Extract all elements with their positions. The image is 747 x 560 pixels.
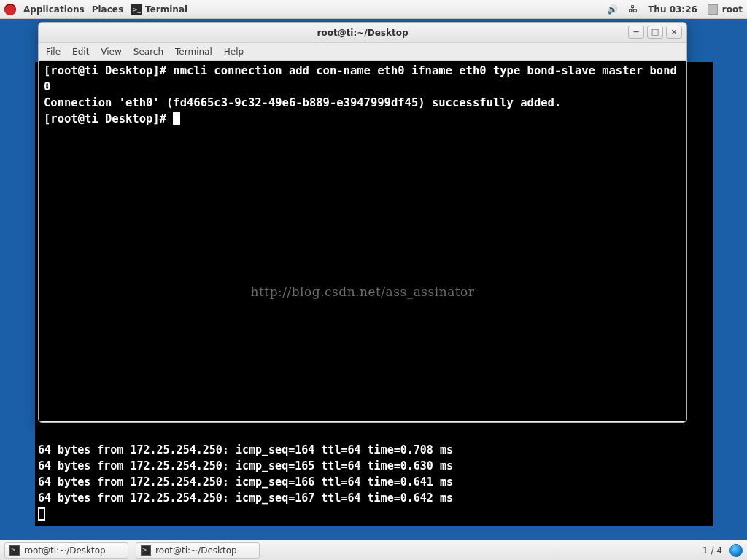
user-label: root: [722, 4, 743, 15]
workspace-indicator[interactable]: 1 / 4: [703, 545, 722, 556]
taskbar-item-label: root@ti:~/Desktop: [24, 545, 106, 556]
ping-line: 64 bytes from 172.25.254.250: icmp_seq=1…: [38, 443, 453, 456]
top-panel: Applications Places >_ Terminal Thu 03:2…: [0, 0, 747, 19]
menubar: File Edit View Search Terminal Help: [39, 43, 686, 61]
minimize-button[interactable]: −: [628, 26, 644, 39]
taskbar-item-label: root@ti:~/Desktop: [155, 545, 237, 556]
ping-line: 64 bytes from 172.25.254.250: icmp_seq=1…: [38, 475, 453, 489]
terminal-body[interactable]: [root@ti Desktop]# nmcli connection add …: [39, 61, 686, 421]
menu-edit[interactable]: Edit: [72, 47, 89, 57]
network-icon[interactable]: [628, 4, 638, 15]
active-app-label: Terminal: [145, 4, 187, 15]
volume-icon[interactable]: [607, 4, 618, 15]
clock[interactable]: Thu 03:26: [648, 4, 697, 15]
menu-search[interactable]: Search: [133, 47, 163, 57]
taskbar-item[interactable]: >_ root@ti:~/Desktop: [136, 542, 260, 559]
taskbar-item[interactable]: >_ root@ti:~/Desktop: [4, 542, 128, 559]
menu-file[interactable]: File: [46, 47, 61, 57]
ping-output: 64 bytes from 172.25.254.250: icmp_seq=1…: [38, 426, 711, 522]
window-title: root@ti:~/Desktop: [317, 28, 408, 38]
cursor-icon: [38, 508, 45, 521]
terminal-window: root@ti:~/Desktop − □ × File Edit View S…: [38, 22, 687, 423]
terminal-line: Connection 'eth0' (fd4665c3-9c32-49e6-b8…: [44, 96, 561, 109]
terminal-icon: >_: [141, 545, 151, 556]
terminal-prompt: [root@ti Desktop]#: [44, 112, 173, 125]
maximize-button[interactable]: □: [647, 26, 663, 39]
close-button[interactable]: ×: [666, 26, 682, 39]
terminal-icon: >_: [9, 545, 20, 556]
terminal-icon: >_: [131, 4, 142, 15]
user-icon: [708, 4, 718, 15]
window-titlebar[interactable]: root@ti:~/Desktop − □ ×: [39, 23, 686, 43]
watermark-text: http://blog.csdn.net/ass_assinator: [39, 284, 686, 300]
active-app-indicator[interactable]: >_ Terminal: [131, 4, 187, 15]
window-controls: − □ ×: [628, 26, 682, 39]
ping-line: 64 bytes from 172.25.254.250: icmp_seq=1…: [38, 491, 453, 505]
show-desktop-icon[interactable]: [729, 544, 743, 557]
cursor-icon: [173, 112, 180, 125]
applications-menu[interactable]: Applications: [23, 4, 85, 15]
menu-view[interactable]: View: [101, 47, 121, 57]
ping-line: 64 bytes from 172.25.254.250: icmp_seq=1…: [38, 459, 453, 472]
places-menu[interactable]: Places: [92, 4, 123, 15]
distro-logo-icon: [4, 4, 16, 15]
menu-help[interactable]: Help: [224, 47, 244, 57]
user-menu[interactable]: root: [708, 4, 743, 15]
terminal-line: [root@ti Desktop]# nmcli connection add …: [44, 64, 677, 93]
menu-terminal[interactable]: Terminal: [175, 47, 212, 57]
bottom-panel: >_ root@ti:~/Desktop >_ root@ti:~/Deskto…: [0, 540, 747, 560]
